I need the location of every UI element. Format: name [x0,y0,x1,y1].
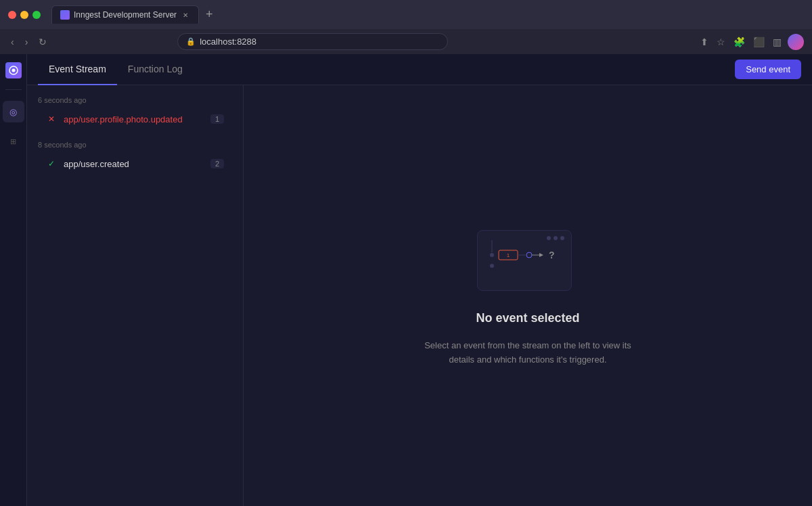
event-error-icon: ✕ [46,114,57,124]
back-button[interactable]: ‹ [8,35,17,49]
browser-tab-active[interactable]: Inngest Development Server ✕ [51,5,199,24]
svg-point-6 [526,252,532,258]
sidebar-toggle-icon[interactable]: ▥ [771,34,784,49]
browser-toolbar: ‹ › ↻ 🔒 localhost:8288 ⬆ ☆ 🧩 ⬛ ▥ [0,29,812,54]
svg-point-1 [12,69,15,72]
lock-icon: 🔒 [186,37,196,46]
tab-close-button[interactable]: ✕ [181,10,190,20]
window-controls [8,11,41,19]
grid-icon: ⊞ [10,137,16,146]
event-group-2: 8 seconds ago ✓ app/user.created 2 [27,135,243,180]
tab-function-log[interactable]: Function Log [117,54,194,85]
illustration-dots [547,236,564,240]
extension-icon[interactable]: 🧩 [731,34,747,49]
event-success-icon: ✓ [46,158,57,169]
event-name-1: app/user.profile.photo.updated [64,114,204,124]
main-content: Event Stream Function Log Send event 6 s… [27,54,812,506]
new-tab-button[interactable]: + [202,6,217,23]
illustration-svg: 1 ? [484,240,565,281]
extension2-icon[interactable]: ⬛ [751,34,767,49]
illustration-box: 1 ? [477,230,572,291]
event-timestamp-1: 6 seconds ago [38,96,232,104]
no-event-description: Select an event from the stream on the l… [420,339,636,367]
tab-favicon-icon [60,10,70,20]
window-minimize-button[interactable] [20,11,28,19]
event-list-panel: 6 seconds ago ✕ app/user.profile.photo.u… [27,85,244,506]
app-layout: ◎ ⊞ Event Stream Function Log Send event… [0,54,812,506]
sidebar-item-stream[interactable]: ◎ [3,101,24,122]
event-row-1[interactable]: ✕ app/user.profile.photo.updated 1 [38,108,232,130]
illus-event-number: 1 [507,252,510,258]
browser-chrome: Inngest Development Server ✕ + ‹ › ↻ 🔒 l… [0,0,812,54]
event-name-2: app/user.created [64,159,204,169]
sidebar-item-grid[interactable]: ⊞ [3,131,24,152]
svg-point-9 [490,264,494,268]
dot-1 [547,236,551,240]
tab-event-stream[interactable]: Event Stream [38,54,117,85]
event-timestamp-2: 8 seconds ago [38,141,232,149]
stream-icon: ◎ [9,107,17,117]
event-group-1: 6 seconds ago ✕ app/user.profile.photo.u… [27,91,243,135]
refresh-button[interactable]: ↻ [36,35,49,49]
browser-toolbar-actions: ⬆ ☆ 🧩 ⬛ ▥ [698,34,804,50]
profile-avatar[interactable] [788,34,804,50]
tabs-navigation: Event Stream Function Log Send event [27,54,812,85]
dot-3 [560,236,564,240]
sidebar: ◎ ⊞ [0,54,27,506]
svg-marker-8 [539,253,543,257]
svg-point-3 [490,253,494,257]
content-split: 6 seconds ago ✕ app/user.profile.photo.u… [27,85,812,506]
app-logo[interactable] [5,62,22,78]
forward-button[interactable]: › [22,35,31,49]
dot-2 [554,236,558,240]
browser-tabs: Inngest Development Server ✕ + [51,5,804,24]
detail-panel: 1 ? [244,85,812,506]
illus-question: ? [549,250,555,260]
event-row-2[interactable]: ✓ app/user.created 2 [38,153,232,175]
sidebar-divider [5,89,22,90]
send-event-button[interactable]: Send event [735,60,801,79]
url-text: localhost:8288 [200,37,256,47]
window-maximize-button[interactable] [32,11,41,19]
event-count-2: 2 [210,159,224,168]
browser-titlebar: Inngest Development Server ✕ + [0,0,812,29]
bookmark-icon[interactable]: ☆ [715,34,727,49]
no-event-title: No event selected [476,311,579,325]
event-count-1: 1 [210,114,224,124]
tab-title: Inngest Development Server [74,10,177,20]
window-close-button[interactable] [8,11,16,19]
address-bar[interactable]: 🔒 localhost:8288 [177,33,448,50]
no-event-illustration: 1 ? [477,230,579,298]
share-icon[interactable]: ⬆ [698,34,710,49]
